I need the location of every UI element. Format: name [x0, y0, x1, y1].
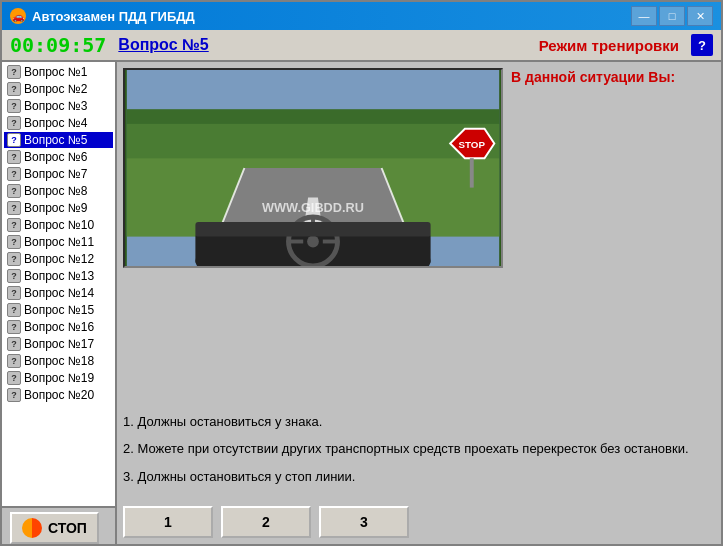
sidebar-item[interactable]: ?Вопрос №5	[4, 132, 113, 148]
sidebar-item-label: Вопрос №9	[24, 201, 87, 215]
question-image: STOP WWW.GIBDD.RU	[123, 68, 503, 268]
sidebar-item[interactable]: ?Вопрос №15	[4, 302, 113, 318]
sidebar-item-label: Вопрос №13	[24, 269, 94, 283]
question-icon: ?	[7, 252, 21, 266]
question-icon: ?	[7, 337, 21, 351]
question-icon: ?	[7, 286, 21, 300]
mode-label: Режим тренировки	[539, 37, 679, 54]
question-icon: ?	[7, 116, 21, 130]
sidebar-item-label: Вопрос №20	[24, 388, 94, 402]
answer-text: 2. Можете при отсутствии других транспор…	[123, 437, 715, 460]
question-icon: ?	[7, 269, 21, 283]
sidebar-item[interactable]: ?Вопрос №7	[4, 166, 113, 182]
question-icon: ?	[7, 320, 21, 334]
svg-rect-2	[127, 124, 499, 158]
toolbar: 00:09:57 Вопрос №5 Режим тренировки ?	[2, 30, 721, 62]
question-icon: ?	[7, 167, 21, 181]
sidebar-item-label: Вопрос №8	[24, 184, 87, 198]
left-panel: ?Вопрос №1?Вопрос №2?Вопрос №3?Вопрос №4…	[2, 62, 117, 546]
sidebar-item[interactable]: ?Вопрос №14	[4, 285, 113, 301]
sidebar-item[interactable]: ?Вопрос №19	[4, 370, 113, 386]
answer-button-1[interactable]: 1	[123, 506, 213, 538]
sidebar-item-label: Вопрос №18	[24, 354, 94, 368]
sidebar-item[interactable]: ?Вопрос №1	[4, 64, 113, 80]
svg-text:WWW.GIBDD.RU: WWW.GIBDD.RU	[262, 200, 364, 215]
svg-point-11	[307, 236, 319, 248]
sidebar-item[interactable]: ?Вопрос №9	[4, 200, 113, 216]
svg-rect-15	[195, 222, 430, 237]
question-icon: ?	[7, 371, 21, 385]
question-icon: ?	[7, 150, 21, 164]
question-prompt-area: В данной ситуации Вы:	[511, 68, 715, 400]
app-icon: 🚗	[10, 8, 26, 24]
sidebar-item-label: Вопрос №12	[24, 252, 94, 266]
answer-button-2[interactable]: 2	[221, 506, 311, 538]
sidebar-item-label: Вопрос №15	[24, 303, 94, 317]
top-section: STOP WWW.GIBDD.RU В данной ситуации Вы:	[123, 68, 715, 400]
stop-label: СТОП	[48, 520, 87, 536]
content-area: STOP WWW.GIBDD.RU В данной ситуации Вы: …	[117, 62, 721, 546]
sidebar-item-label: Вопрос №3	[24, 99, 87, 113]
question-icon: ?	[7, 354, 21, 368]
title-bar: 🚗 Автоэкзамен ПДД ГИБДД — □ ✕	[2, 2, 721, 30]
sidebar-item[interactable]: ?Вопрос №3	[4, 98, 113, 114]
sidebar-item-label: Вопрос №17	[24, 337, 94, 351]
sidebar-footer: СТОП	[2, 506, 115, 546]
answer-buttons-bar: 123	[123, 502, 715, 542]
sidebar-item-label: Вопрос №19	[24, 371, 94, 385]
timer-display: 00:09:57	[10, 33, 106, 57]
app-title: Автоэкзамен ПДД ГИБДД	[32, 9, 631, 24]
sidebar-item-label: Вопрос №2	[24, 82, 87, 96]
maximize-button[interactable]: □	[659, 6, 685, 26]
sidebar-item[interactable]: ?Вопрос №13	[4, 268, 113, 284]
sidebar-item-label: Вопрос №1	[24, 65, 87, 79]
sidebar-item[interactable]: ?Вопрос №17	[4, 336, 113, 352]
question-icon: ?	[7, 218, 21, 232]
question-icon: ?	[7, 388, 21, 402]
sidebar-item[interactable]: ?Вопрос №18	[4, 353, 113, 369]
answer-text: 1. Должны остановиться у знака.	[123, 410, 715, 433]
question-list: ?Вопрос №1?Вопрос №2?Вопрос №3?Вопрос №4…	[2, 62, 115, 506]
sidebar-item[interactable]: ?Вопрос №8	[4, 183, 113, 199]
sidebar-item[interactable]: ?Вопрос №2	[4, 81, 113, 97]
stop-button[interactable]: СТОП	[10, 512, 99, 544]
question-prompt: В данной ситуации Вы:	[511, 68, 715, 88]
sidebar-item-label: Вопрос №7	[24, 167, 87, 181]
sidebar-item[interactable]: ?Вопрос №11	[4, 234, 113, 250]
main-area: ?Вопрос №1?Вопрос №2?Вопрос №3?Вопрос №4…	[2, 62, 721, 546]
answer-text: 3. Должны остановиться у стоп линии.	[123, 465, 715, 488]
question-icon: ?	[7, 99, 21, 113]
help-button[interactable]: ?	[691, 34, 713, 56]
sidebar-item[interactable]: ?Вопрос №20	[4, 387, 113, 403]
sidebar-item-label: Вопрос №5	[24, 133, 87, 147]
question-icon: ?	[7, 133, 21, 147]
svg-text:STOP: STOP	[459, 139, 486, 150]
svg-rect-18	[470, 158, 474, 187]
question-icon: ?	[7, 184, 21, 198]
sidebar-item-label: Вопрос №16	[24, 320, 94, 334]
sidebar-item-label: Вопрос №11	[24, 235, 94, 249]
sidebar-item-label: Вопрос №6	[24, 150, 87, 164]
close-button[interactable]: ✕	[687, 6, 713, 26]
sidebar-item[interactable]: ?Вопрос №10	[4, 217, 113, 233]
question-icon: ?	[7, 82, 21, 96]
stop-icon	[22, 518, 42, 538]
question-icon: ?	[7, 201, 21, 215]
sidebar-item-label: Вопрос №10	[24, 218, 94, 232]
sidebar-item-label: Вопрос №14	[24, 286, 94, 300]
question-icon: ?	[7, 65, 21, 79]
answer-button-3[interactable]: 3	[319, 506, 409, 538]
minimize-button[interactable]: —	[631, 6, 657, 26]
answers-area: 1. Должны остановиться у знака.2. Можете…	[123, 406, 715, 496]
sidebar-item[interactable]: ?Вопрос №12	[4, 251, 113, 267]
sidebar-item[interactable]: ?Вопрос №4	[4, 115, 113, 131]
question-icon: ?	[7, 235, 21, 249]
question-title: Вопрос №5	[118, 36, 526, 54]
window-controls: — □ ✕	[631, 6, 713, 26]
sidebar-item[interactable]: ?Вопрос №16	[4, 319, 113, 335]
sidebar-item[interactable]: ?Вопрос №6	[4, 149, 113, 165]
sidebar-item-label: Вопрос №4	[24, 116, 87, 130]
question-icon: ?	[7, 303, 21, 317]
